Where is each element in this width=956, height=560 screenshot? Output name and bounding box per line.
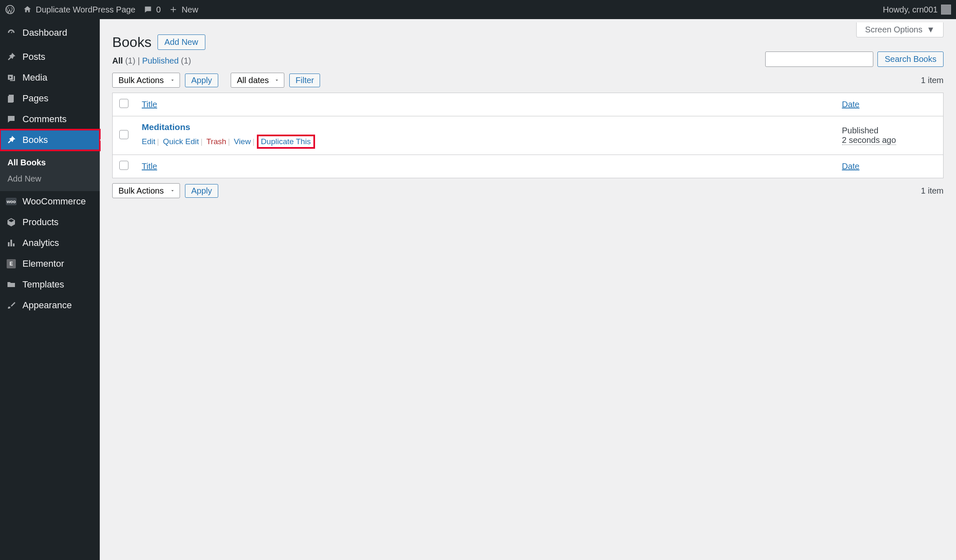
page-title: Books: [112, 34, 152, 50]
submenu-all-books[interactable]: All Books: [0, 155, 100, 171]
plus-icon: [168, 5, 178, 15]
search-button[interactable]: Search Books: [877, 52, 944, 67]
posts-table: Title Date Meditations Edit| Quick Edit|…: [112, 93, 944, 178]
bulk-actions-select-bottom[interactable]: Bulk Actions: [112, 183, 180, 198]
menu-posts[interactable]: Posts: [0, 47, 100, 67]
dashboard-icon: [6, 27, 17, 38]
pin-icon: [6, 135, 17, 145]
box-icon: [6, 217, 17, 228]
menu-books[interactable]: Books: [0, 130, 100, 150]
filter-published[interactable]: Published: [142, 56, 179, 65]
table-row: Meditations Edit| Quick Edit| Trash| Vie…: [113, 116, 944, 155]
select-all-checkbox-bottom[interactable]: [119, 161, 128, 170]
date-filter-select[interactable]: All dates: [231, 73, 284, 88]
add-new-button[interactable]: Add New: [158, 34, 205, 50]
screen-options-toggle[interactable]: Screen Options ▼: [856, 22, 944, 37]
howdy-text: Howdy, crn001: [883, 5, 938, 15]
avatar: [941, 5, 951, 15]
action-trash[interactable]: Trash: [206, 137, 226, 146]
admin-menu: Dashboard Posts Media Pages Comments Boo…: [0, 19, 100, 560]
action-duplicate[interactable]: Duplicate This: [261, 137, 311, 146]
filter-published-count: (1): [181, 56, 191, 65]
account-link[interactable]: Howdy, crn001: [883, 5, 951, 15]
row-date-time: 2 seconds ago: [842, 135, 896, 145]
home-icon: [22, 5, 32, 15]
folder-icon: [6, 279, 17, 290]
comments-icon: [6, 114, 17, 125]
site-link[interactable]: Duplicate WordPress Page: [22, 5, 136, 15]
action-view[interactable]: View: [234, 137, 251, 146]
wordpress-icon: [5, 5, 15, 15]
row-checkbox[interactable]: [119, 130, 128, 139]
comment-icon: [143, 5, 153, 15]
item-count-top: 1 item: [921, 76, 944, 85]
main-content: Screen Options ▼ Books Add New All (1) |…: [100, 19, 956, 560]
action-edit[interactable]: Edit: [142, 137, 155, 146]
column-title-bottom[interactable]: Title: [142, 162, 157, 171]
filter-all-label[interactable]: All: [112, 56, 123, 65]
column-title[interactable]: Title: [142, 100, 157, 109]
bulk-actions-select[interactable]: Bulk Actions: [112, 73, 180, 88]
menu-comments[interactable]: Comments: [0, 109, 100, 130]
chevron-down-icon: ▼: [926, 25, 935, 34]
chart-icon: [6, 238, 17, 248]
pin-icon: [6, 52, 17, 62]
comments-count: 0: [156, 5, 161, 15]
column-date[interactable]: Date: [842, 100, 860, 109]
menu-appearance[interactable]: Appearance: [0, 295, 100, 316]
submenu-add-new[interactable]: Add New: [0, 171, 100, 187]
admin-bar: Duplicate WordPress Page 0 New Howdy, cr…: [0, 0, 956, 19]
menu-pages[interactable]: Pages: [0, 88, 100, 109]
column-date-bottom[interactable]: Date: [842, 162, 860, 171]
media-icon: [6, 72, 17, 83]
item-count-bottom: 1 item: [921, 186, 944, 196]
menu-media[interactable]: Media: [0, 67, 100, 88]
menu-products[interactable]: Products: [0, 212, 100, 233]
row-actions: Edit| Quick Edit| Trash| View| Duplicate…: [142, 135, 829, 149]
elementor-icon: E: [6, 258, 17, 269]
menu-dashboard[interactable]: Dashboard: [0, 19, 100, 47]
new-label: New: [182, 5, 198, 15]
row-title-link[interactable]: Meditations: [142, 122, 190, 132]
brush-icon: [6, 300, 17, 311]
row-date-status: Published: [842, 126, 937, 135]
search-input[interactable]: [765, 52, 873, 67]
submenu-books: All Books Add New: [0, 150, 100, 191]
site-title: Duplicate WordPress Page: [36, 5, 136, 15]
menu-templates[interactable]: Templates: [0, 274, 100, 295]
filter-button[interactable]: Filter: [289, 74, 320, 87]
pages-icon: [6, 93, 17, 104]
action-quick-edit[interactable]: Quick Edit: [163, 137, 199, 146]
new-link[interactable]: New: [168, 5, 198, 15]
menu-analytics[interactable]: Analytics: [0, 233, 100, 253]
apply-button-bottom[interactable]: Apply: [185, 184, 218, 198]
filter-all-count: (1): [125, 56, 135, 65]
select-all-checkbox[interactable]: [119, 99, 128, 108]
woo-icon: woo: [6, 196, 17, 207]
menu-woocommerce[interactable]: woo WooCommerce: [0, 191, 100, 212]
comments-link[interactable]: 0: [143, 5, 161, 15]
apply-button[interactable]: Apply: [185, 74, 218, 87]
menu-elementor[interactable]: E Elementor: [0, 253, 100, 274]
wp-logo-link[interactable]: [5, 5, 15, 15]
